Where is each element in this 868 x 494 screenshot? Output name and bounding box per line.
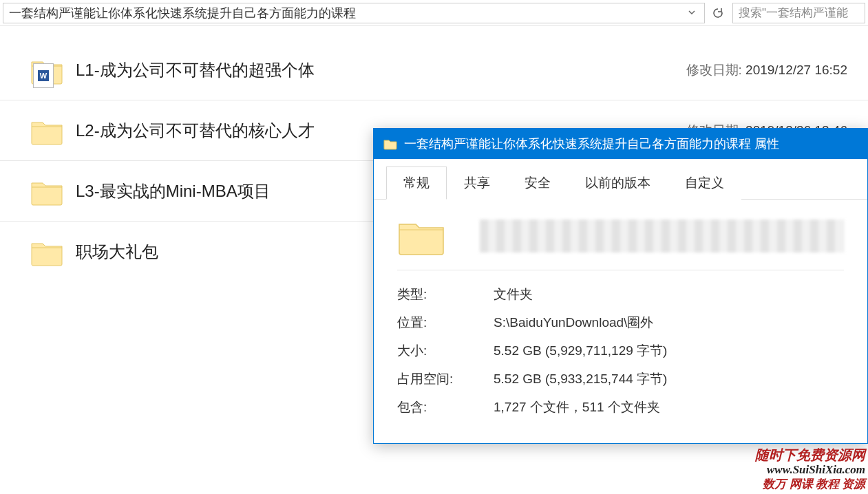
prop-value: 文件夹 [494,286,533,303]
watermark-line1: 随时下免费资源网 [755,447,865,463]
prop-label: 占用空间: [397,370,494,388]
prop-row-location: 位置: S:\BaiduYunDownload\圈外 [397,314,844,332]
prop-label: 位置: [397,314,494,332]
prop-row-ondisk: 占用空间: 5.52 GB (5,933,215,744 字节) [397,370,844,388]
prop-value: 5.52 GB (5,933,215,744 字节) [494,370,667,388]
tab-security[interactable]: 安全 [507,167,568,200]
prop-value: S:\BaiduYunDownload\圈外 [494,314,653,332]
file-meta: 修改日期: 2019/12/27 16:52 [686,61,847,79]
prop-label: 包含: [397,398,494,416]
folder-doc-icon: W [30,50,63,91]
watermark-line2: www.SuiShiXia.com [755,463,865,477]
file-name: L1-成为公司不可替代的超强个体 [76,59,686,81]
prop-row-contains: 包含: 1,727 个文件，511 个文件夹 [397,398,844,416]
search-input[interactable]: 搜索"一套结构严谨能 [732,3,865,23]
folder-icon [30,110,63,151]
tab-customize[interactable]: 自定义 [668,167,741,200]
prop-label: 类型: [397,286,494,303]
watermark: 随时下免费资源网 www.SuiShiXia.com 数万 网课 教程 资源 [755,447,865,491]
dialog-title: 一套结构严谨能让你体系化快速系统提升自己各方面能力的课程 属性 [404,136,779,152]
folder-icon [383,138,397,150]
search-placeholder: 搜索"一套结构严谨能 [739,5,848,21]
dialog-body: 类型: 文件夹 位置: S:\BaiduYunDownload\圈外 大小: 5… [374,200,867,443]
folder-icon [397,216,445,256]
explorer-toolbar: 一套结构严谨能让你体系化快速系统提升自己各方面能力的课程 搜索"一套结构严谨能 [0,0,868,26]
prop-value: 1,727 个文件，511 个文件夹 [494,398,660,416]
dialog-tabs: 常规 共享 安全 以前的版本 自定义 [374,159,867,200]
folder-name-input[interactable] [480,219,844,253]
address-text: 一套结构严谨能让你体系化快速系统提升自己各方面能力的课程 [9,5,685,21]
folder-icon [30,231,63,272]
tab-previous[interactable]: 以前的版本 [568,167,668,200]
prop-value: 5.52 GB (5,929,711,129 字节) [494,342,667,360]
list-item[interactable]: W L1-成为公司不可替代的超强个体 修改日期: 2019/12/27 16:5… [0,40,868,100]
tab-general[interactable]: 常规 [386,167,447,200]
folder-icon [30,171,63,212]
watermark-line3: 数万 网课 教程 资源 [755,477,865,491]
address-bar[interactable]: 一套结构严谨能让你体系化快速系统提升自己各方面能力的课程 [3,3,705,23]
dialog-titlebar[interactable]: 一套结构严谨能让你体系化快速系统提升自己各方面能力的课程 属性 [374,129,867,159]
refresh-button[interactable] [708,3,728,23]
properties-dialog: 一套结构严谨能让你体系化快速系统提升自己各方面能力的课程 属性 常规 共享 安全… [373,128,868,444]
prop-row-size: 大小: 5.52 GB (5,929,711,129 字节) [397,342,844,360]
tab-sharing[interactable]: 共享 [447,167,507,200]
prop-row-type: 类型: 文件夹 [397,286,844,303]
address-dropdown-icon[interactable] [685,7,699,19]
prop-label: 大小: [397,342,494,360]
